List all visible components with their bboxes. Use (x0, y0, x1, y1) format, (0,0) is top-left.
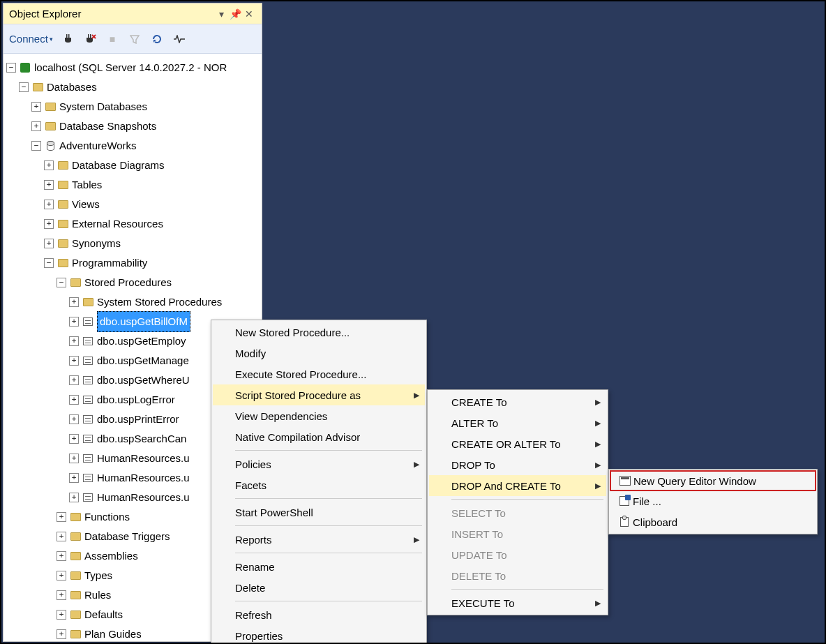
menu-create-or-alter-to[interactable]: CREATE OR ALTER To▶ (429, 433, 606, 454)
expand-icon[interactable]: + (69, 375, 79, 385)
folder-icon (70, 278, 81, 287)
folder-icon (58, 161, 68, 170)
chevron-right-icon: ▶ (595, 599, 601, 608)
menu-clipboard[interactable]: Clipboard (610, 511, 816, 532)
close-icon[interactable]: ✕ (242, 8, 256, 20)
expand-icon[interactable]: + (69, 454, 79, 463)
disconnect-icon[interactable] (82, 31, 98, 47)
procedure-icon (83, 337, 93, 345)
menu-refresh[interactable]: Refresh (213, 604, 425, 625)
refresh-icon[interactable] (149, 31, 165, 47)
database-diagrams-node[interactable]: +Database Diagrams (6, 156, 259, 175)
expand-icon[interactable]: + (31, 121, 41, 131)
expand-icon[interactable]: + (69, 434, 79, 444)
expand-icon[interactable]: + (31, 102, 41, 112)
collapse-icon[interactable]: − (19, 82, 29, 92)
folder-icon (70, 513, 81, 521)
menu-delete[interactable]: Delete (213, 577, 425, 598)
collapse-icon[interactable]: − (31, 141, 41, 151)
menu-execute-stored-procedure[interactable]: Execute Stored Procedure... (213, 364, 425, 384)
stored-procedures-node[interactable]: −Stored Procedures (6, 273, 259, 292)
programmability-node[interactable]: −Programmability (6, 253, 259, 273)
menu-modify[interactable]: Modify (213, 343, 425, 364)
chevron-right-icon: ▶ (595, 481, 601, 491)
activity-icon[interactable] (172, 31, 187, 47)
menu-drop-to[interactable]: DROP To▶ (429, 454, 606, 475)
expand-icon[interactable]: + (69, 297, 79, 307)
expand-icon[interactable]: + (44, 180, 54, 190)
menu-new-query-editor-window[interactable]: New Query Editor Window (610, 470, 816, 491)
menu-new-stored-procedure[interactable]: New Stored Procedure... (213, 322, 425, 343)
expand-icon[interactable]: + (44, 219, 54, 229)
expand-icon[interactable]: + (57, 551, 66, 561)
menu-delete-to: DELETE To (429, 565, 606, 586)
menu-drop-and-create-to[interactable]: DROP And CREATE To▶ (429, 475, 606, 496)
connect-button[interactable]: Connect▾ (9, 33, 53, 45)
folder-icon (70, 630, 81, 638)
server-node[interactable]: −localhost (SQL Server 14.0.2027.2 - NOR (6, 58, 259, 77)
expand-icon[interactable]: + (44, 200, 54, 209)
expand-icon[interactable]: + (69, 493, 79, 502)
expand-icon[interactable]: + (69, 336, 79, 346)
menu-file[interactable]: File ... (610, 491, 816, 511)
expand-icon[interactable]: + (44, 239, 54, 248)
dropdown-icon[interactable]: ▾ (214, 8, 228, 20)
pin-icon[interactable]: 📌 (228, 8, 242, 20)
server-icon (20, 63, 30, 73)
folder-icon (70, 571, 81, 580)
expand-icon[interactable]: + (57, 532, 66, 541)
menu-update-to: UPDATE To (429, 544, 606, 565)
menu-rename[interactable]: Rename (213, 556, 425, 577)
expand-icon[interactable]: + (57, 590, 66, 600)
menu-alter-to[interactable]: ALTER To▶ (429, 412, 606, 433)
svg-rect-2 (88, 34, 89, 38)
databases-node[interactable]: −Databases (6, 77, 259, 97)
expand-icon[interactable]: + (69, 395, 79, 405)
system-databases-node[interactable]: +System Databases (6, 97, 259, 117)
menu-separator (235, 525, 422, 526)
menu-separator (235, 498, 422, 499)
menu-separator (451, 499, 603, 500)
panel-toolbar: Connect▾ ■ (3, 24, 262, 54)
collapse-icon[interactable]: − (57, 278, 66, 287)
folder-icon (58, 181, 68, 189)
tables-node[interactable]: +Tables (6, 175, 259, 195)
collapse-icon[interactable]: − (6, 63, 16, 73)
expand-icon[interactable]: + (69, 473, 79, 483)
menu-view-dependencies[interactable]: View Dependencies (213, 405, 425, 426)
procedure-icon (83, 493, 93, 502)
menu-policies[interactable]: Policies▶ (213, 454, 425, 474)
expand-icon[interactable]: + (57, 610, 66, 620)
menu-start-powershell[interactable]: Start PowerShell (213, 502, 425, 523)
menu-insert-to: INSERT To (429, 523, 606, 544)
menu-properties[interactable]: Properties (213, 625, 425, 644)
menu-reports[interactable]: Reports▶ (213, 529, 425, 550)
file-icon (620, 496, 629, 506)
connect-icon[interactable] (60, 31, 75, 47)
menu-execute-to[interactable]: EXECUTE To▶ (429, 592, 606, 613)
menu-facets[interactable]: Facets (213, 474, 425, 495)
expand-icon[interactable]: + (44, 160, 54, 170)
expand-icon[interactable]: + (69, 414, 79, 424)
menu-separator (451, 589, 603, 590)
menu-script-stored-procedure-as[interactable]: Script Stored Procedure as▶ (213, 384, 425, 405)
panel-titlebar: Object Explorer ▾ 📌 ✕ (3, 3, 262, 24)
expand-icon[interactable]: + (57, 512, 66, 522)
expand-icon[interactable]: + (57, 571, 66, 581)
expand-icon[interactable]: + (69, 317, 79, 327)
menu-native-compilation-advisor[interactable]: Native Compilation Advisor (213, 426, 425, 447)
svg-rect-3 (90, 34, 91, 38)
expand-icon[interactable]: + (57, 629, 66, 639)
collapse-icon[interactable]: − (44, 258, 54, 268)
folder-icon (70, 552, 81, 560)
database-snapshots-node[interactable]: +Database Snapshots (6, 117, 259, 136)
expand-icon[interactable]: + (69, 356, 79, 366)
views-node[interactable]: +Views (6, 195, 259, 214)
menu-create-to[interactable]: CREATE To▶ (429, 391, 606, 412)
chevron-right-icon: ▶ (595, 419, 601, 428)
external-resources-node[interactable]: +External Resources (6, 214, 259, 234)
synonyms-node[interactable]: +Synonyms (6, 234, 259, 253)
procedure-icon (83, 454, 93, 463)
adventureworks-node[interactable]: −AdventureWorks (6, 136, 259, 156)
system-stored-procedures-node[interactable]: +System Stored Procedures (6, 292, 259, 312)
